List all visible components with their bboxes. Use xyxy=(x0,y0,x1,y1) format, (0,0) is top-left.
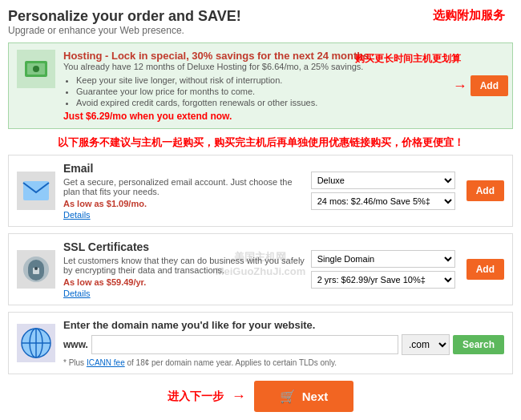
middle-annotation: 以下服务不建议与主机一起购买，购买完主机后再单独使用优惠链接购买，价格更便宜！ xyxy=(8,135,513,150)
ssl-plan-select[interactable]: Single Domain xyxy=(311,250,455,268)
ssl-add-button[interactable]: Add xyxy=(466,259,504,280)
ssl-section: SSL Certificates Let customers know that… xyxy=(8,233,513,305)
cart-icon: 🛒 xyxy=(280,389,296,404)
ssl-controls: Single Domain 2 yrs: $62.99/yr Save 10%‡ xyxy=(311,250,455,289)
ssl-desc: Let customers know that they can do busi… xyxy=(63,256,311,275)
ssl-details-link[interactable]: Details xyxy=(63,289,311,298)
ssl-title: SSL Certificates xyxy=(63,240,311,253)
hosting-icon xyxy=(17,50,55,88)
domain-tld-select[interactable]: .com xyxy=(402,334,450,355)
next-button[interactable]: 🛒 Next xyxy=(254,381,354,412)
domain-input-row: www. .com Search xyxy=(63,334,504,355)
hosting-bullet-3: Avoid expired credit cards, forgotten re… xyxy=(76,98,504,107)
ssl-price: As low as $59.49/yr. xyxy=(63,277,311,287)
hosting-price: Just $6.29/mo when you extend now. xyxy=(63,111,504,122)
email-desc: Get a secure, personalized email account… xyxy=(63,177,311,196)
icann-link[interactable]: ICANN fee xyxy=(87,358,125,367)
domain-icon xyxy=(17,324,55,362)
next-area: 进入下一步 → 🛒 Next xyxy=(8,381,513,412)
hosting-add-button[interactable]: Add xyxy=(471,75,508,96)
hosting-arrow: → xyxy=(453,78,467,95)
next-button-label: Next xyxy=(302,390,329,403)
email-content: Email Get a secure, personalized email a… xyxy=(63,162,311,220)
top-header: Personalize your order and SAVE! Upgrade… xyxy=(8,8,513,36)
domain-search-button[interactable]: Search xyxy=(453,335,504,354)
hosting-add-area: → Add xyxy=(471,75,508,96)
next-arrow-icon: → xyxy=(232,388,246,405)
page-subtitle: Upgrade or enhance your Web presence. xyxy=(8,25,513,36)
svg-point-6 xyxy=(34,267,38,270)
ssl-content: SSL Certificates Let customers know that… xyxy=(63,240,311,298)
email-price: As low as $1.09/mo. xyxy=(63,199,311,208)
email-plan-select[interactable]: Deluxe xyxy=(311,172,455,189)
page-wrapper: Personalize your order and SAVE! Upgrade… xyxy=(0,0,521,420)
hosting-bullets: Keep your site live longer, without risk… xyxy=(76,75,504,107)
domain-content: Enter the domain name you'd like for you… xyxy=(63,319,504,367)
email-details-link[interactable]: Details xyxy=(63,210,311,220)
email-term-select[interactable]: 24 mos: $2.46/mo Save 5%‡ xyxy=(311,192,455,210)
hosting-wrapper: Hosting - Lock in special, 30% savings f… xyxy=(8,42,513,129)
services-area: 美国主机网 MeiGuoZhuJi.com Email Get a secure… xyxy=(8,155,513,374)
domain-www-label: www. xyxy=(63,339,88,350)
domain-title: Enter the domain name you'd like for you… xyxy=(63,319,504,331)
domain-input[interactable] xyxy=(91,335,398,354)
hosting-add-annotation: 购买更长时间主机更划算 xyxy=(355,52,461,66)
email-title: Email xyxy=(63,162,311,175)
email-controls: Deluxe 24 mos: $2.46/mo Save 5%‡ xyxy=(311,172,455,210)
email-icon xyxy=(17,172,55,210)
ssl-icon xyxy=(17,250,55,289)
email-add-button[interactable]: Add xyxy=(466,180,504,201)
svg-rect-3 xyxy=(23,181,49,200)
svg-point-2 xyxy=(33,66,39,72)
domain-section: Enter the domain name you'd like for you… xyxy=(8,312,513,374)
ssl-term-select[interactable]: 2 yrs: $62.99/yr Save 10%‡ xyxy=(311,271,455,289)
bottom-annotation: 进入下一步 xyxy=(168,390,224,404)
hosting-bullet-1: Keep your site live longer, without risk… xyxy=(76,75,504,85)
hosting-bullet-2: Guarantee your low price for months to c… xyxy=(76,87,504,96)
top-annotation: 选购附加服务 xyxy=(433,8,505,23)
domain-note: * Plus ICANN fee of 18¢ per domain name … xyxy=(63,358,504,367)
email-section: Email Get a secure, personalized email a… xyxy=(8,155,513,227)
